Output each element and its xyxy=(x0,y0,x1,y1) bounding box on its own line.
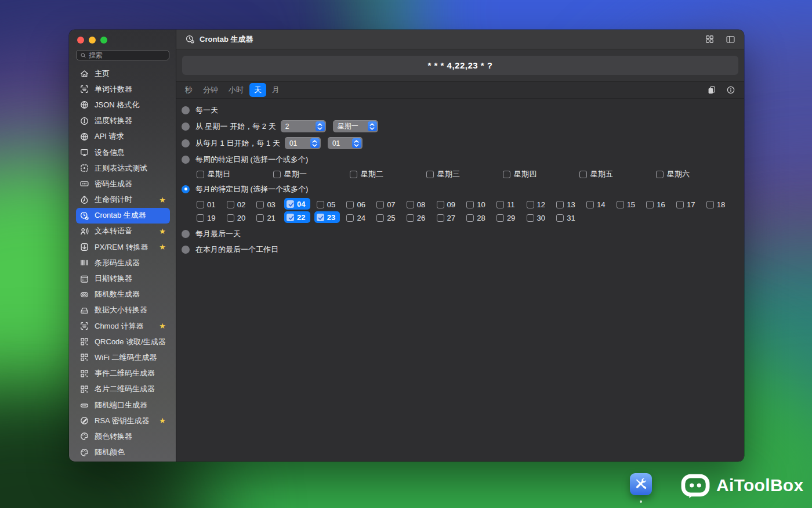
day-checkbox[interactable]: 11 xyxy=(496,199,515,210)
stepper-control[interactable] xyxy=(310,138,320,148)
radio-button[interactable] xyxy=(182,230,190,238)
checkbox[interactable] xyxy=(197,214,204,222)
checkbox[interactable] xyxy=(646,201,654,208)
checkbox[interactable] xyxy=(273,171,281,178)
sidebar-item[interactable]: 事件二维码生成器 xyxy=(76,366,170,381)
checkbox[interactable] xyxy=(407,201,414,208)
sidebar-item[interactable]: QRCode 读取/生成器 xyxy=(76,334,170,350)
checkbox[interactable] xyxy=(317,201,324,208)
weekday-checkbox[interactable]: 星期五 xyxy=(579,167,656,181)
day-checkbox[interactable]: 19 xyxy=(197,212,215,224)
radio-button[interactable] xyxy=(182,123,190,131)
checkbox[interactable] xyxy=(197,171,204,178)
checkbox[interactable] xyxy=(346,201,354,208)
checkbox[interactable] xyxy=(503,171,510,178)
day-checkbox[interactable]: 06 xyxy=(346,199,365,210)
day-checkbox[interactable]: 26 xyxy=(407,212,425,224)
stepper-field[interactable]: 01 xyxy=(285,137,321,149)
day-checkbox[interactable]: 30 xyxy=(527,212,545,224)
checkbox[interactable] xyxy=(527,201,534,208)
sidebar-item[interactable]: JSON 格式化 xyxy=(76,97,170,113)
radio-button[interactable] xyxy=(182,106,190,114)
day-checkbox[interactable]: 22 xyxy=(284,211,310,223)
radio-button[interactable] xyxy=(182,246,190,254)
sidebar-item[interactable]: 文本转语音★ xyxy=(76,224,170,239)
checkbox[interactable] xyxy=(426,171,434,178)
checkbox[interactable] xyxy=(227,214,234,222)
day-checkbox[interactable]: 12 xyxy=(527,199,545,210)
checkbox[interactable] xyxy=(466,214,474,222)
stepper-field[interactable]: 星期一 xyxy=(333,120,378,132)
sidebar-item[interactable]: 主页 xyxy=(76,66,170,81)
checkbox[interactable] xyxy=(586,201,594,208)
sidebar-item[interactable]: 数据大小转换器 xyxy=(76,302,170,318)
dock-app-icon[interactable] xyxy=(630,473,652,495)
day-checkbox[interactable]: 03 xyxy=(256,199,275,210)
stepper-control[interactable] xyxy=(368,121,377,131)
tab-秒[interactable]: 秒 xyxy=(185,85,193,95)
checkbox[interactable] xyxy=(287,214,294,221)
sidebar-item[interactable]: 温度转换器 xyxy=(76,113,170,129)
weekday-checkbox[interactable]: 星期日 xyxy=(197,167,273,181)
day-checkbox[interactable]: 13 xyxy=(556,199,575,210)
weekday-checkbox[interactable]: 星期三 xyxy=(426,167,503,181)
checkbox[interactable] xyxy=(556,201,564,208)
radio-button[interactable] xyxy=(182,156,190,164)
checkbox[interactable] xyxy=(376,214,384,222)
stepper-field[interactable]: 2 xyxy=(281,120,326,132)
checkbox[interactable] xyxy=(496,201,504,208)
weekday-checkbox[interactable]: 星期六 xyxy=(656,167,733,181)
day-checkbox[interactable]: 31 xyxy=(556,212,575,224)
tab-小时[interactable]: 小时 xyxy=(229,85,244,95)
sidebar-item[interactable]: WiFi 二维码生成器 xyxy=(76,350,170,365)
tab-天[interactable]: 天 xyxy=(249,83,266,97)
radio-button[interactable] xyxy=(182,185,190,193)
info-icon[interactable] xyxy=(726,85,735,95)
day-checkbox[interactable]: 29 xyxy=(496,212,515,224)
day-checkbox[interactable]: 08 xyxy=(407,199,425,210)
checkbox[interactable] xyxy=(579,171,587,178)
close-button[interactable] xyxy=(77,37,84,44)
weekday-checkbox[interactable]: 星期二 xyxy=(350,167,426,181)
checkbox[interactable] xyxy=(437,201,444,208)
search-input[interactable]: 搜索 xyxy=(76,50,169,60)
checkbox[interactable] xyxy=(256,201,264,208)
weekday-checkbox[interactable]: 星期一 xyxy=(273,167,350,181)
day-checkbox[interactable]: 25 xyxy=(376,212,395,224)
checkbox[interactable] xyxy=(376,201,384,208)
sidebar-item[interactable]: API 请求 xyxy=(76,129,170,145)
checkbox[interactable] xyxy=(617,201,624,208)
day-checkbox[interactable]: 09 xyxy=(437,199,455,210)
sidebar-item[interactable]: 密码生成器 xyxy=(76,176,170,192)
day-checkbox[interactable]: 10 xyxy=(466,199,485,210)
day-checkbox[interactable]: 05 xyxy=(317,199,335,210)
toggle-sidebar-icon[interactable] xyxy=(726,34,735,44)
checkbox[interactable] xyxy=(197,201,204,208)
checkbox[interactable] xyxy=(466,201,474,208)
day-checkbox[interactable]: 02 xyxy=(227,199,245,210)
stepper-control[interactable] xyxy=(316,121,325,131)
radio-button[interactable] xyxy=(182,139,190,147)
checkbox[interactable] xyxy=(676,201,684,208)
tab-月[interactable]: 月 xyxy=(272,85,280,95)
day-checkbox[interactable]: 21 xyxy=(256,212,275,224)
day-checkbox[interactable]: 14 xyxy=(586,199,605,210)
sidebar-item[interactable]: 条形码生成器 xyxy=(76,255,170,271)
checkbox[interactable] xyxy=(656,171,664,178)
checkbox[interactable] xyxy=(350,171,357,178)
day-checkbox[interactable]: 27 xyxy=(437,212,455,224)
sidebar-item[interactable]: 颜色转换器 xyxy=(76,428,170,444)
sidebar-item[interactable]: 随机颜色 xyxy=(76,445,170,460)
sidebar-item[interactable]: 单词计数器 xyxy=(76,81,170,97)
sidebar-item[interactable]: PX/REM 转换器★ xyxy=(76,239,170,255)
minimize-button[interactable] xyxy=(89,37,96,44)
sidebar-item[interactable]: Chmod 计算器★ xyxy=(76,318,170,334)
sidebar-item[interactable]: 正则表达式测试 xyxy=(76,160,170,176)
stepper-field[interactable]: 01 xyxy=(328,137,362,149)
day-checkbox[interactable]: 17 xyxy=(676,199,695,210)
day-checkbox[interactable]: 16 xyxy=(646,199,665,210)
sidebar-item[interactable]: 随机数生成器 xyxy=(76,287,170,302)
weekday-checkbox[interactable]: 星期四 xyxy=(503,167,579,181)
tab-分钟[interactable]: 分钟 xyxy=(203,85,218,95)
sidebar-item[interactable]: RSA 密钥生成器★ xyxy=(76,413,170,428)
